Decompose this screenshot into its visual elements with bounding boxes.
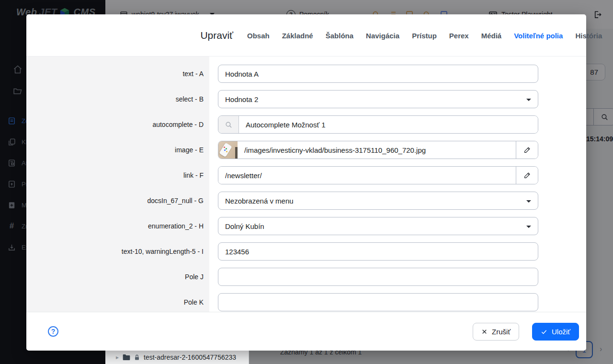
- field-label: image - E: [26, 141, 204, 159]
- field-row-enumeration-h: enumeration_2 - H Dolný Kubín: [26, 217, 586, 235]
- field-label: text - A: [26, 65, 204, 83]
- close-icon: [481, 329, 488, 335]
- select-b-value: Hodnota 2: [225, 95, 258, 103]
- field-row-text-i: text-10, warningLength-5 - I: [26, 242, 586, 261]
- chevron-down-icon: [526, 226, 531, 228]
- tree-item[interactable]: ▸ test-adresar-2-1600547756233: [116, 353, 236, 361]
- select-b-dropdown[interactable]: Hodnota 2: [218, 90, 538, 108]
- tab-pristup[interactable]: Prístup: [412, 32, 437, 40]
- screen: WebJET CMS Zo Klo Atr Pre: [0, 0, 613, 364]
- tree-item-label: test-adresar-2-1600547756233: [144, 353, 236, 361]
- dialog-tabs: Obsah Základné Šablóna Navigácia Prístup…: [247, 14, 602, 57]
- image-e-edit-button[interactable]: [516, 141, 538, 159]
- pole-j-input[interactable]: [218, 268, 538, 286]
- save-button[interactable]: Uložiť: [532, 323, 579, 341]
- save-label: Uložiť: [552, 328, 570, 336]
- link-f-edit-button[interactable]: [516, 167, 538, 184]
- text-i-input[interactable]: [218, 242, 538, 261]
- tab-historia[interactable]: História: [575, 32, 602, 40]
- tab-perex[interactable]: Perex: [449, 32, 469, 40]
- docsin-g-value: Nezobrazená v menu: [225, 197, 294, 205]
- tab-obsah[interactable]: Obsah: [247, 32, 270, 40]
- dialog-title: Upraviť: [176, 14, 233, 57]
- field-row-pole-k: Pole K: [26, 293, 586, 311]
- pencil-icon: [523, 171, 531, 179]
- chevron-down-icon: [526, 99, 531, 101]
- field-label: Pole J: [26, 268, 204, 286]
- field-row-pole-j: Pole J: [26, 268, 586, 286]
- check-icon: [541, 329, 547, 335]
- dialog-help-icon[interactable]: ?: [48, 326, 58, 337]
- dialog-header: Upraviť Obsah Základné Šablóna Navigácia…: [26, 14, 586, 57]
- tab-zakladne[interactable]: Základné: [282, 32, 313, 40]
- cancel-label: Zrušiť: [492, 328, 511, 336]
- lock-icon: [134, 354, 140, 361]
- autocomplete-d-input[interactable]: [239, 116, 538, 133]
- field-label: text-10, warningLength-5 - I: [26, 242, 204, 261]
- edit-dialog: Upraviť Obsah Základné Šablóna Navigácia…: [26, 14, 586, 351]
- field-label: select - B: [26, 90, 204, 108]
- pencil-icon: [523, 146, 531, 154]
- enumeration-h-value: Dolný Kubín: [225, 222, 264, 230]
- field-label: link - F: [26, 166, 204, 184]
- field-row-image-e: image - E: [26, 141, 586, 159]
- search-icon: [218, 116, 239, 133]
- field-row-link-f: link - F: [26, 166, 586, 184]
- field-row-autocomplete-d: autocomplete - D: [26, 115, 586, 134]
- field-label: docsIn_67_null - G: [26, 192, 204, 210]
- dialog-footer: ? Zrušiť Uložiť: [26, 312, 586, 351]
- field-row-select-b: select - B Hodnota 2: [26, 90, 586, 108]
- folder-icon: [123, 354, 130, 361]
- dialog-body: text - A select - B Hodnota 2 autocomple…: [26, 57, 586, 312]
- cancel-button[interactable]: Zrušiť: [473, 323, 519, 341]
- tab-volitelne-polia[interactable]: Voliteľné polia: [514, 32, 563, 40]
- field-row-text-a: text - A: [26, 65, 586, 83]
- pole-k-input[interactable]: [218, 293, 538, 311]
- tab-navigacia[interactable]: Navigácia: [366, 32, 399, 40]
- tab-sablona[interactable]: Šablóna: [326, 32, 353, 40]
- field-label: autocomplete - D: [26, 115, 204, 134]
- image-e-input[interactable]: [238, 141, 516, 159]
- tab-media[interactable]: Médiá: [481, 32, 502, 40]
- field-label: Pole K: [26, 293, 204, 311]
- image-thumbnail[interactable]: [218, 141, 238, 159]
- chevron-right-icon: ▸: [116, 354, 119, 361]
- chevron-down-icon: [526, 200, 531, 203]
- link-f-input[interactable]: [218, 167, 516, 184]
- field-label: enumeration_2 - H: [26, 217, 204, 235]
- enumeration-h-dropdown[interactable]: Dolný Kubín: [218, 217, 538, 235]
- field-row-docsin-g: docsIn_67_null - G Nezobrazená v menu: [26, 192, 586, 210]
- docsin-g-dropdown[interactable]: Nezobrazená v menu: [218, 192, 538, 210]
- text-a-input[interactable]: [218, 65, 538, 83]
